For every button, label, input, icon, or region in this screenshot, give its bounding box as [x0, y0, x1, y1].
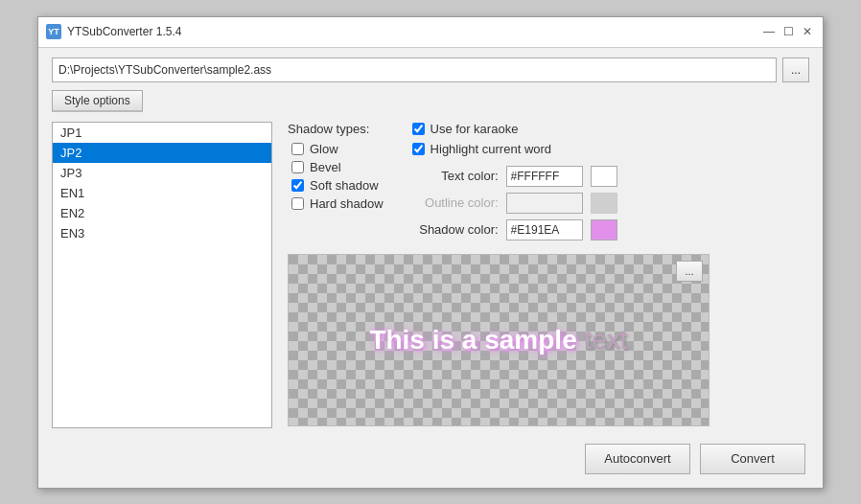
outline-color-row: Outline color:	[412, 193, 617, 214]
outline-color-input	[506, 193, 583, 214]
glow-option[interactable]: Glow	[291, 142, 384, 156]
shadow-color-input[interactable]	[506, 219, 583, 241]
file-row: ...	[52, 57, 809, 82]
glow-checkbox[interactable]	[291, 143, 304, 155]
text-color-input[interactable]	[506, 166, 583, 187]
bevel-checkbox[interactable]	[291, 161, 304, 173]
content-area: ... Style options JP1 JP2 JP3 EN1 EN2 EN…	[38, 48, 823, 488]
title-bar: YT YTSubConverter 1.5.4 — ☐ ✕	[38, 17, 823, 48]
preview-text-part3: text	[577, 325, 628, 355]
minimize-button[interactable]: —	[761, 24, 777, 39]
app-icon: YT	[46, 24, 61, 39]
shadow-color-row: Shadow color:	[412, 219, 617, 241]
preview-text-part1: This is a	[369, 325, 484, 355]
bevel-option[interactable]: Bevel	[291, 160, 384, 174]
color-section: Text color: Outline color: Shadow color:	[412, 166, 617, 241]
shadow-options: Glow Bevel Soft shadow	[291, 142, 384, 211]
autoconvert-button[interactable]: Autoconvert	[585, 444, 690, 474]
text-color-row: Text color:	[412, 166, 617, 187]
hard-shadow-checkbox[interactable]	[291, 197, 304, 210]
soft-shadow-option[interactable]: Soft shadow	[291, 178, 384, 193]
text-color-label: Text color:	[412, 169, 499, 183]
karaoke-section: Use for karaoke Highlight current word	[412, 122, 617, 156]
use-for-karaoke-option[interactable]: Use for karaoke	[412, 122, 617, 136]
karaoke-color-section: Use for karaoke Highlight current word T…	[412, 122, 617, 246]
preview-options-button[interactable]: ...	[676, 261, 703, 282]
use-for-karaoke-checkbox[interactable]	[412, 123, 425, 135]
convert-button[interactable]: Convert	[700, 444, 805, 474]
preview-text: This is a sample text	[369, 325, 627, 355]
preview-text-part2: sample	[484, 325, 577, 355]
outline-color-swatch	[591, 193, 617, 214]
soft-shadow-label: Soft shadow	[310, 178, 379, 193]
window-title: YTSubConverter 1.5.4	[67, 25, 761, 38]
close-button[interactable]: ✕	[800, 24, 815, 39]
options-area: Shadow types: Glow Bevel	[288, 122, 809, 246]
bevel-label: Bevel	[310, 160, 341, 174]
list-item-jp2[interactable]: JP2	[53, 143, 271, 163]
hard-shadow-option[interactable]: Hard shadow	[291, 196, 384, 211]
shadow-color-label: Shadow color:	[412, 222, 499, 237]
shadow-color-swatch[interactable]	[591, 219, 617, 241]
style-list: JP1 JP2 JP3 EN1 EN2 EN3	[52, 122, 272, 428]
list-item-jp1[interactable]: JP1	[53, 123, 271, 143]
file-path-input[interactable]	[52, 57, 777, 82]
shadow-section: Shadow types: Glow Bevel	[288, 122, 384, 237]
window-controls: — ☐ ✕	[761, 24, 815, 39]
use-for-karaoke-label: Use for karaoke	[430, 122, 519, 136]
glow-label: Glow	[310, 142, 338, 156]
hard-shadow-label: Hard shadow	[310, 196, 384, 211]
highlight-current-word-option[interactable]: Highlight current word	[412, 142, 617, 156]
list-item-en3[interactable]: EN3	[53, 223, 271, 243]
outline-color-label: Outline color:	[412, 195, 499, 210]
soft-shadow-checkbox[interactable]	[291, 179, 304, 192]
text-color-swatch[interactable]	[591, 166, 617, 187]
main-window: YT YTSubConverter 1.5.4 — ☐ ✕ ... Style …	[37, 16, 824, 489]
highlight-current-word-label: Highlight current word	[430, 142, 551, 156]
highlight-current-word-checkbox[interactable]	[412, 143, 425, 155]
list-item-jp3[interactable]: JP3	[53, 163, 271, 183]
shadow-types-label: Shadow types:	[288, 122, 384, 136]
list-item-en1[interactable]: EN1	[53, 183, 271, 203]
browse-button[interactable]: ...	[782, 57, 809, 82]
list-item-en2[interactable]: EN2	[53, 203, 271, 223]
right-panel: Shadow types: Glow Bevel	[288, 122, 809, 428]
main-area: JP1 JP2 JP3 EN1 EN2 EN3 Shadow types:	[52, 122, 809, 428]
preview-area: ... This is a sample text	[288, 254, 710, 426]
bottom-bar: Autoconvert Convert	[52, 444, 809, 474]
maximize-button[interactable]: ☐	[780, 24, 796, 39]
style-options-tab[interactable]: Style options	[52, 90, 143, 112]
